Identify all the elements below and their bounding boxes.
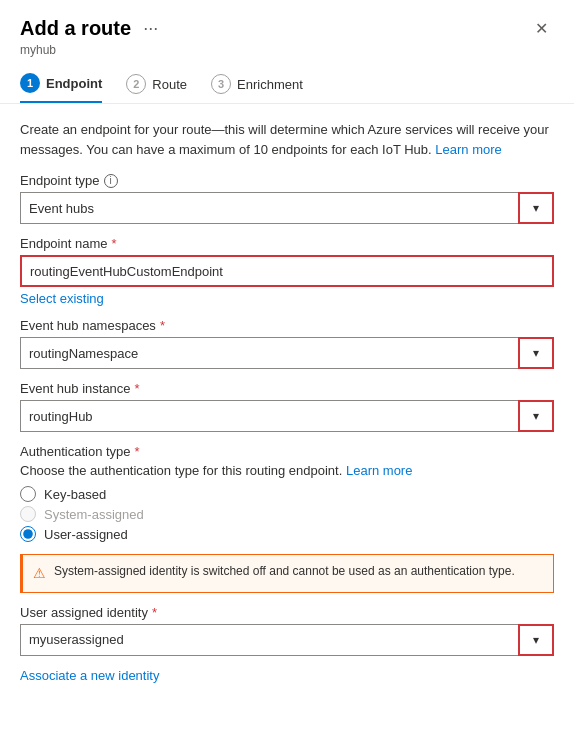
user-assigned-identity-dropdown-wrapper: ▾: [20, 624, 554, 656]
panel-subtitle: myhub: [20, 43, 554, 57]
endpoint-type-info-icon[interactable]: i: [104, 174, 118, 188]
step-enrichment[interactable]: 3 Enrichment: [211, 66, 303, 102]
title-row: Add a route ··· ✕: [20, 16, 554, 41]
radio-user-assigned: User-assigned: [20, 526, 554, 542]
warning-box: ⚠ System-assigned identity is switched o…: [20, 554, 554, 593]
event-hub-instance-label: Event hub instance *: [20, 381, 554, 396]
warning-text: System-assigned identity is switched off…: [54, 563, 515, 580]
radio-user-assigned-label[interactable]: User-assigned: [44, 527, 128, 542]
authentication-type-description: Choose the authentication type for this …: [20, 463, 554, 478]
event-hub-namespaces-required: *: [160, 318, 165, 333]
radio-key-based: Key-based: [20, 486, 554, 502]
select-existing-link[interactable]: Select existing: [20, 291, 104, 306]
step-circle-2: 2: [126, 74, 146, 94]
authentication-type-label: Authentication type *: [20, 444, 554, 459]
step-label-endpoint: Endpoint: [46, 76, 102, 91]
user-assigned-identity-chevron-icon: ▾: [533, 633, 539, 647]
event-hub-namespaces-input[interactable]: [20, 337, 554, 369]
endpoint-type-group: Endpoint type i ▾: [20, 173, 554, 224]
endpoint-name-label: Endpoint name *: [20, 236, 554, 251]
endpoint-type-chevron-icon: ▾: [533, 201, 539, 215]
authentication-type-required: *: [135, 444, 140, 459]
learn-more-link[interactable]: Learn more: [435, 142, 501, 157]
event-hub-namespaces-dropdown-wrapper: ▾: [20, 337, 554, 369]
step-route[interactable]: 2 Route: [126, 66, 187, 102]
close-icon[interactable]: ✕: [529, 17, 554, 40]
steps-row: 1 Endpoint 2 Route 3 Enrichment: [20, 65, 554, 103]
panel-title: Add a route: [20, 17, 131, 40]
step-circle-3: 3: [211, 74, 231, 94]
radio-system-assigned: System-assigned: [20, 506, 554, 522]
user-assigned-identity-group: User assigned identity * ▾: [20, 605, 554, 656]
step-label-enrichment: Enrichment: [237, 77, 303, 92]
endpoint-type-dropdown-btn[interactable]: ▾: [518, 192, 554, 224]
event-hub-namespaces-label: Event hub namespaces *: [20, 318, 554, 333]
event-hub-instance-group: Event hub instance * ▾: [20, 381, 554, 432]
event-hub-instance-input[interactable]: [20, 400, 554, 432]
endpoint-type-input[interactable]: [20, 192, 554, 224]
authentication-radio-group: Key-based System-assigned User-assigned: [20, 486, 554, 542]
authentication-type-section: Authentication type * Choose the authent…: [20, 444, 554, 542]
event-hub-namespaces-chevron-icon: ▾: [533, 346, 539, 360]
user-assigned-identity-dropdown-btn[interactable]: ▾: [518, 624, 554, 656]
event-hub-instance-chevron-icon: ▾: [533, 409, 539, 423]
radio-user-assigned-input[interactable]: [20, 526, 36, 542]
endpoint-type-dropdown-wrapper: ▾: [20, 192, 554, 224]
endpoint-type-label: Endpoint type i: [20, 173, 554, 188]
description-text: Create an endpoint for your route—this w…: [20, 120, 554, 159]
authentication-learn-more-link[interactable]: Learn more: [346, 463, 412, 478]
user-assigned-identity-input[interactable]: [20, 624, 554, 656]
radio-system-assigned-input[interactable]: [20, 506, 36, 522]
step-endpoint[interactable]: 1 Endpoint: [20, 65, 102, 103]
step-label-route: Route: [152, 77, 187, 92]
step-circle-1: 1: [20, 73, 40, 93]
radio-system-assigned-label: System-assigned: [44, 507, 144, 522]
event-hub-namespaces-dropdown-btn[interactable]: ▾: [518, 337, 554, 369]
panel-header: Add a route ··· ✕ myhub 1 Endpoint 2 Rou…: [0, 0, 574, 104]
add-route-panel: Add a route ··· ✕ myhub 1 Endpoint 2 Rou…: [0, 0, 574, 733]
ellipsis-icon[interactable]: ···: [139, 16, 162, 41]
radio-key-based-input[interactable]: [20, 486, 36, 502]
user-assigned-identity-required: *: [152, 605, 157, 620]
endpoint-name-group: Endpoint name * Select existing: [20, 236, 554, 306]
endpoint-name-required: *: [111, 236, 116, 251]
associate-new-identity-link[interactable]: Associate a new identity: [20, 668, 159, 683]
endpoint-name-input[interactable]: [20, 255, 554, 287]
event-hub-namespaces-group: Event hub namespaces * ▾: [20, 318, 554, 369]
user-assigned-identity-label: User assigned identity *: [20, 605, 554, 620]
warning-icon: ⚠: [33, 564, 46, 584]
event-hub-instance-dropdown-wrapper: ▾: [20, 400, 554, 432]
panel-body: Create an endpoint for your route—this w…: [0, 104, 574, 699]
event-hub-instance-dropdown-btn[interactable]: ▾: [518, 400, 554, 432]
event-hub-instance-required: *: [135, 381, 140, 396]
radio-key-based-label[interactable]: Key-based: [44, 487, 106, 502]
